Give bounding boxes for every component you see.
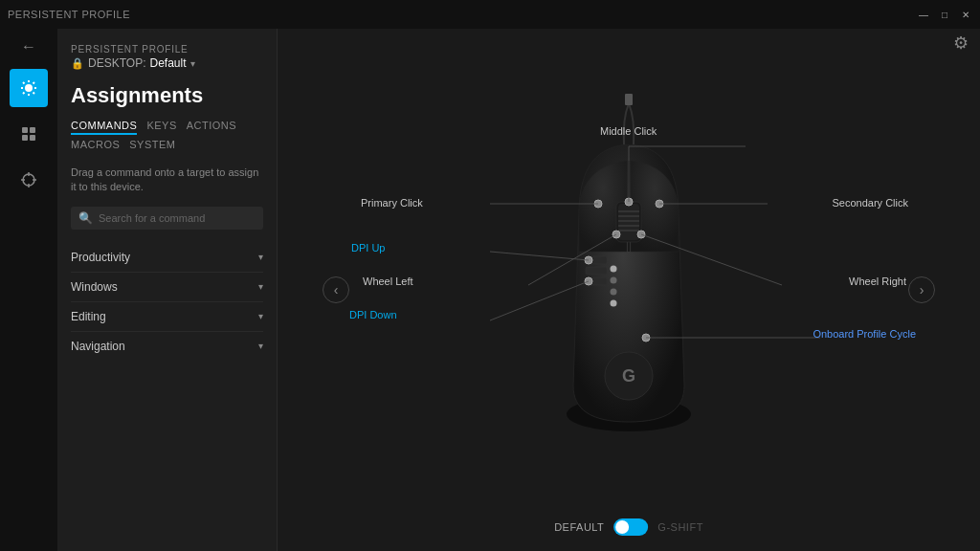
toggle-knob <box>615 520 629 534</box>
page-title: Assignments <box>71 83 263 108</box>
svg-point-33 <box>611 300 617 307</box>
lighting-icon[interactable] <box>10 69 48 107</box>
gshift-label: G-SHIFT <box>657 521 703 533</box>
svg-point-42 <box>637 231 645 238</box>
svg-line-6 <box>33 93 35 95</box>
svg-rect-12 <box>30 135 35 141</box>
assignments-icon[interactable] <box>10 115 48 153</box>
svg-rect-11 <box>22 135 28 141</box>
svg-point-43 <box>585 277 592 285</box>
tab-actions[interactable]: ACTIONS <box>187 120 236 135</box>
tab-macros[interactable]: MACROS <box>71 139 120 152</box>
label-primary-click: Primary Click <box>361 197 423 209</box>
svg-point-30 <box>611 266 617 273</box>
next-button[interactable]: › <box>908 276 935 303</box>
label-middle-click: Middle Click <box>600 125 657 137</box>
back-button[interactable]: ← <box>21 38 36 55</box>
category-windows-label: Windows <box>71 280 118 294</box>
label-wheel-right: Wheel Right <box>849 276 906 287</box>
category-productivity[interactable]: Productivity ▾ <box>71 243 263 273</box>
svg-rect-36 <box>625 94 633 105</box>
titlebar: PERSISTENT PROFILE — □ ✕ <box>0 0 980 29</box>
search-icon: 🔍 <box>78 211 93 225</box>
window-controls: — □ ✕ <box>917 8 972 21</box>
tab-commands[interactable]: COMMANDS <box>71 120 137 135</box>
svg-rect-27 <box>586 256 607 264</box>
search-input[interactable] <box>99 212 256 224</box>
search-box[interactable]: 🔍 <box>71 207 263 230</box>
mouse-diagram: ‹ › <box>342 60 916 519</box>
toggle-switch[interactable] <box>613 518 648 536</box>
main-content: ‹ › <box>278 29 980 551</box>
svg-point-39 <box>656 200 663 208</box>
mode-toggle: DEFAULT G-SHIFT <box>554 518 703 536</box>
svg-rect-21 <box>618 204 639 240</box>
svg-point-41 <box>612 231 620 238</box>
expand-editing-icon: ▾ <box>258 311 263 321</box>
svg-point-37 <box>625 198 633 206</box>
crosshair-icon[interactable] <box>10 161 48 199</box>
label-onboard-profile-cycle: Onboard Profile Cycle <box>813 328 916 340</box>
svg-line-52 <box>641 234 782 285</box>
tab-row-2: MACROS SYSTEM <box>71 139 263 152</box>
tab-keys[interactable]: KEYS <box>146 120 176 135</box>
svg-point-34 <box>605 352 653 400</box>
category-navigation[interactable]: Navigation ▾ <box>71 332 263 361</box>
label-secondary-click: Secondary Click <box>833 197 908 209</box>
svg-point-18 <box>567 397 691 431</box>
label-wheel-left: Wheel Left <box>363 276 413 287</box>
category-navigation-label: Navigation <box>71 340 125 353</box>
minimize-button[interactable]: — <box>917 8 930 21</box>
label-dpi-up: DPI Up <box>351 242 385 253</box>
category-productivity-label: Productivity <box>71 251 130 264</box>
device-selector[interactable]: 🔒 DESKTOP: Default ▾ <box>71 56 263 70</box>
prev-button[interactable]: ‹ <box>323 276 349 303</box>
default-label: DEFAULT <box>554 521 604 533</box>
svg-point-44 <box>642 334 650 342</box>
sidebar: PERSISTENT PROFILE 🔒 DESKTOP: Default ▾ … <box>57 29 278 551</box>
svg-rect-28 <box>586 267 607 275</box>
svg-rect-10 <box>30 127 35 133</box>
drag-hint: Drag a command onto a target to assign i… <box>71 165 263 195</box>
device-prefix: DESKTOP: <box>88 56 145 70</box>
expand-navigation-icon: ▾ <box>258 341 263 351</box>
close-button[interactable]: ✕ <box>959 8 972 21</box>
svg-point-0 <box>25 84 33 92</box>
svg-rect-20 <box>616 202 641 242</box>
svg-line-53 <box>490 281 589 320</box>
svg-text:G: G <box>622 366 635 386</box>
svg-line-5 <box>23 82 25 84</box>
svg-point-31 <box>611 277 617 284</box>
tab-system[interactable]: SYSTEM <box>129 139 175 152</box>
category-editing[interactable]: Editing ▾ <box>71 302 263 332</box>
svg-line-51 <box>528 234 616 285</box>
profile-label: PERSISTENT PROFILE <box>8 9 130 20</box>
lock-icon: 🔒 <box>71 57 84 70</box>
category-windows[interactable]: Windows ▾ <box>71 273 263 302</box>
gear-icon[interactable]: ⚙ <box>953 33 969 54</box>
svg-rect-29 <box>586 277 607 285</box>
svg-line-8 <box>23 93 25 95</box>
label-dpi-down: DPI Down <box>349 309 397 320</box>
maximize-button[interactable]: □ <box>938 8 951 21</box>
persistent-profile-label: PERSISTENT PROFILE <box>71 44 263 55</box>
svg-rect-9 <box>22 127 28 133</box>
svg-line-7 <box>33 82 35 84</box>
device-name: Default <box>149 56 186 70</box>
tab-row-1: COMMANDS KEYS ACTIONS <box>71 120 263 135</box>
expand-productivity-icon: ▾ <box>258 252 263 262</box>
categories-list: Productivity ▾ Windows ▾ Editing ▾ Navig… <box>71 243 263 361</box>
svg-line-50 <box>490 252 589 260</box>
svg-point-40 <box>585 256 592 264</box>
svg-point-32 <box>611 289 617 296</box>
icon-rail: ← <box>0 29 57 551</box>
device-chevron-icon: ▾ <box>190 58 195 69</box>
svg-point-38 <box>594 200 602 208</box>
expand-windows-icon: ▾ <box>258 281 263 292</box>
category-editing-label: Editing <box>71 310 106 323</box>
